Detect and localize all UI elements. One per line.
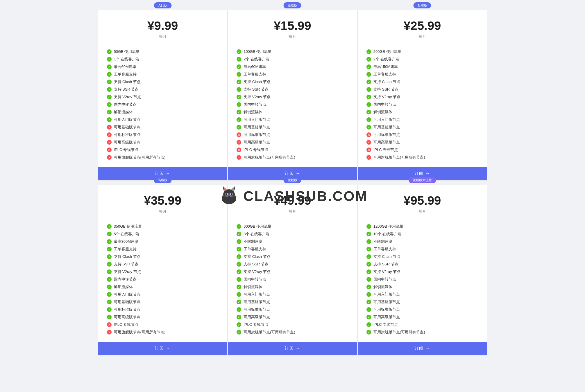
check-icon: ✓ [366, 57, 371, 62]
plan-badge-1: 基础版 [284, 2, 301, 8]
plan-features-5: ✓1200GB 使用流量✓10个 在线客户端✓不限制速率✓工单客服支持✓支持 C… [358, 220, 487, 342]
plan-price-0: ¥9.99 [104, 19, 222, 33]
plan-period-0: 每月 [104, 34, 222, 39]
plan-feature-1-12: ✕可用高级版节点 [237, 139, 348, 146]
feature-text-3-3: 工单客服支持 [114, 247, 137, 252]
plan-feature-1-7: ✓国内中转节点 [237, 101, 348, 108]
check-icon: ✓ [237, 87, 241, 92]
plan-feature-1-8: ✓解锁流媒体 [237, 108, 348, 116]
plan-period-2: 每月 [364, 34, 481, 39]
feature-text-3-7: 国内中转节点 [114, 277, 137, 282]
plan-feature-1-13: ✕IPLC 专线节点 [237, 146, 348, 154]
plan-period-3: 每月 [104, 209, 222, 214]
check-icon: ✓ [366, 254, 371, 259]
plan-feature-4-10: ✓可用基础版节点 [237, 298, 348, 306]
check-icon: ✓ [237, 307, 241, 312]
check-icon: ✓ [107, 292, 112, 297]
plan-feature-3-14: ✕可用旗舰版节点(可用所有节点) [107, 328, 219, 336]
plan-feature-4-6: ✓支持 V2ray 节点 [237, 268, 348, 276]
plan-feature-2-4: ✓支持 Clash 节点 [366, 78, 478, 86]
feature-text-5-7: 国内中转节点 [373, 277, 396, 282]
check-icon: ✓ [107, 247, 112, 251]
plan-feature-2-10: ✓可用基础版节点 [366, 123, 478, 131]
plan-feature-3-1: ✓5个 在线客户端 [107, 230, 219, 238]
plan-feature-0-12: ✕可用高级版节点 [107, 139, 219, 146]
subscribe-button-4[interactable]: 订阅 → [228, 342, 357, 355]
check-icon: ✓ [237, 64, 241, 69]
feature-text-1-11: 可用标准版节点 [244, 132, 270, 137]
check-icon: ✓ [107, 262, 112, 267]
feature-text-2-11: 可用标准版节点 [373, 132, 400, 137]
plan-feature-1-4: ✓支持 Clash 节点 [237, 78, 348, 86]
check-icon: ✓ [107, 307, 112, 312]
check-icon: ✓ [107, 49, 112, 54]
plan-feature-0-7: ✓国内中转节点 [107, 101, 219, 108]
feature-text-0-11: 可用标准版节点 [114, 132, 140, 137]
check-icon: ✓ [237, 269, 241, 274]
cross-icon: ✕ [107, 322, 112, 327]
feature-text-0-6: 支持 V2ray 节点 [114, 94, 141, 100]
check-icon: ✓ [366, 232, 371, 236]
plan-feature-1-9: ✓可用入门版节点 [237, 116, 348, 123]
feature-text-0-7: 国内中转节点 [114, 102, 137, 107]
feature-text-5-0: 1200GB 使用流量 [373, 224, 403, 229]
check-icon: ✓ [237, 80, 241, 84]
feature-text-3-0: 350GB 使用流量 [114, 224, 142, 229]
plan-feature-2-9: ✓可用入门版节点 [366, 116, 478, 123]
feature-text-1-8: 解锁流媒体 [244, 109, 262, 115]
feature-text-4-13: IPLC 专线节点 [244, 322, 268, 327]
subscribe-button-3[interactable]: 订阅 → [98, 342, 228, 355]
check-icon: ✓ [237, 72, 241, 77]
plan-feature-2-8: ✓解锁流媒体 [366, 108, 478, 116]
check-icon: ✓ [366, 117, 371, 122]
feature-text-0-13: IPLC 专线节点 [114, 147, 139, 152]
plan-feature-3-5: ✓支持 SSR 节点 [107, 260, 219, 268]
plan-features-1: ✓100GB 使用流量✓2个 在线客户端✓最高60M速率✓工单客服支持✓支持 C… [228, 45, 357, 167]
plan-badge-4: 旗舰版 [284, 177, 301, 183]
feature-text-5-4: 支持 Clash 节点 [373, 254, 400, 259]
feature-text-0-5: 支持 SSR 节点 [114, 87, 139, 92]
check-icon: ✓ [237, 102, 241, 107]
feature-text-1-3: 工单客服支持 [244, 72, 266, 77]
check-icon: ✓ [237, 277, 241, 282]
feature-text-3-10: 可用基础版节点 [114, 299, 140, 305]
plan-wrapper-4: 旗舰版¥49.99每月✓600GB 使用流量✓8个 在线客户端✓不限制速率✓工单… [228, 181, 357, 355]
plan-header-5: ¥95.99每月 [358, 185, 487, 220]
plan-feature-4-0: ✓600GB 使用流量 [237, 223, 348, 230]
feature-text-1-10: 可用基础版节点 [244, 125, 270, 130]
feature-text-4-1: 8个 在线客户端 [244, 231, 269, 237]
plan-feature-1-0: ✓100GB 使用流量 [237, 48, 348, 55]
plan-feature-5-10: ✓可用基础版节点 [366, 298, 478, 306]
feature-text-2-8: 解锁流媒体 [373, 109, 392, 115]
plan-feature-0-4: ✓支持 Clash 节点 [107, 78, 219, 86]
check-icon: ✓ [366, 285, 371, 289]
feature-text-3-12: 可用高级版节点 [114, 314, 140, 320]
plan-feature-3-8: ✓解锁流媒体 [107, 283, 219, 291]
check-icon: ✓ [366, 247, 371, 251]
check-icon: ✓ [366, 95, 371, 99]
check-icon: ✓ [366, 307, 371, 312]
plan-feature-2-7: ✓国内中转节点 [366, 101, 478, 108]
cross-icon: ✕ [237, 132, 241, 137]
check-icon: ✓ [366, 262, 371, 267]
check-icon: ✓ [237, 254, 241, 259]
feature-text-4-5: 支持 SSR 节点 [244, 262, 269, 267]
feature-text-1-2: 最高60M速率 [244, 64, 266, 69]
plan-feature-3-4: ✓支持 Clash 节点 [107, 253, 219, 260]
check-icon: ✓ [366, 322, 371, 327]
check-icon: ✓ [366, 64, 371, 69]
subscribe-button-5[interactable]: 订阅 → [358, 342, 487, 355]
plan-feature-5-1: ✓10个 在线客户端 [366, 230, 478, 238]
feature-text-2-6: 支持 V2ray 节点 [373, 94, 400, 100]
feature-text-5-10: 可用基础版节点 [373, 299, 400, 305]
plan-feature-3-0: ✓350GB 使用流量 [107, 223, 219, 230]
feature-text-3-14: 可用旗舰版节点(可用所有节点) [114, 330, 166, 335]
plan-feature-0-10: ✕可用基础版节点 [107, 123, 219, 131]
check-icon: ✓ [107, 102, 112, 107]
check-icon: ✓ [237, 285, 241, 289]
plan-price-2: ¥25.99 [364, 19, 481, 33]
plan-wrapper-1: 基础版¥15.99每月✓100GB 使用流量✓2个 在线客户端✓最高60M速率✓… [228, 6, 357, 181]
plan-header-1: ¥15.99每月 [228, 10, 357, 45]
plan-feature-0-11: ✕可用标准版节点 [107, 131, 219, 139]
plan-feature-3-13: ✕IPLC 专线节点 [107, 321, 219, 328]
